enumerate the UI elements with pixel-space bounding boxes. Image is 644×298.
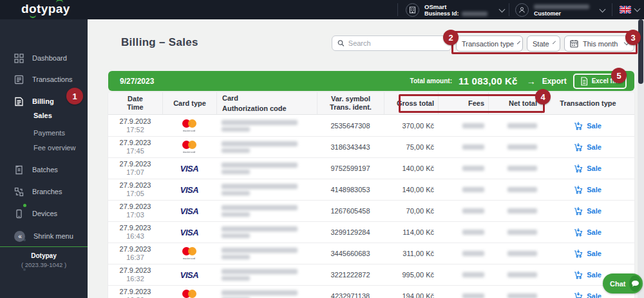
language-switcher[interactable] (620, 0, 639, 19)
table-body: 27.9.202317:52 mastercard VISA 253564730… (108, 115, 634, 298)
export-button[interactable]: Export (542, 77, 567, 86)
cell-gross-total: 75,00 Kč (384, 143, 438, 151)
page-title: Billing – Sales (121, 36, 198, 49)
sidebar-item-transactions[interactable]: Transactions (0, 71, 88, 88)
redacted-fee (462, 144, 484, 150)
cell-date-time: 27.9.202317:07 (108, 160, 162, 177)
sidebar-divider (0, 246, 88, 247)
customer-switcher[interactable]: Customer (515, 0, 589, 19)
cell-var-symbol: 9752599197 (317, 164, 384, 172)
cart-icon (574, 164, 583, 173)
chevron-down-icon[interactable] (499, 6, 506, 13)
sale-link[interactable]: Sale (574, 121, 601, 130)
search-box[interactable] (332, 35, 451, 51)
cell-fees (438, 187, 488, 192)
sidebar-item-sales[interactable]: Sales (0, 108, 88, 123)
cell-transaction-type: Sale (541, 121, 634, 130)
transactions-icon (14, 75, 24, 84)
redacted-auth-code (222, 276, 250, 281)
sidebar-item-dashboard[interactable]: Dashboard (0, 50, 88, 66)
redacted-card-number (222, 141, 298, 146)
table-header: DateTime Card type CardAuthorization cod… (108, 92, 634, 115)
chevron-down-icon (634, 6, 641, 12)
redacted-customer-name (534, 5, 589, 9)
redacted-business-id (462, 12, 488, 16)
sale-link[interactable]: Sale (574, 185, 601, 194)
cell-card-auth (216, 290, 317, 298)
cell-var-symbol: 4232971138 (317, 292, 384, 298)
cell-var-symbol: 3221222872 (317, 271, 384, 279)
sidebar-item-devices[interactable]: Devices (0, 205, 88, 222)
redacted-fee (462, 251, 484, 256)
cell-fees (438, 166, 488, 171)
annotation-circle-1: 1 (66, 88, 83, 104)
search-input[interactable] (348, 39, 446, 47)
chat-button[interactable]: Chat (603, 273, 643, 293)
chevron-down-icon[interactable] (600, 6, 606, 13)
cell-net-total (488, 123, 541, 128)
cell-card-type: mastercard VISA (162, 185, 216, 195)
table-row: 27.9.202317:05 mastercard VISA 414898305… (108, 179, 634, 200)
redacted-fee (462, 187, 484, 192)
search-icon (337, 39, 345, 47)
header-card-type: Card type (162, 92, 216, 114)
table-row: 27.9.202317:07 mastercard VISA 975259919… (108, 157, 634, 179)
business-switcher[interactable]: OSmart Business Id: (406, 0, 488, 19)
sidebar-subitem-label: Sales (33, 112, 52, 119)
cell-gross-total: 114,00 Kč (384, 228, 438, 236)
cell-card-type: mastercard VISA (162, 119, 216, 132)
annotation-circle-3: 3 (625, 30, 641, 45)
cell-gross-total: 70,00 Kč (384, 207, 438, 215)
cell-card-type: mastercard VISA (162, 290, 216, 298)
sidebar-item-payments[interactable]: Payments (0, 126, 88, 140)
cell-transaction-type: Sale (541, 206, 634, 215)
redacted-net (507, 230, 537, 235)
sale-link[interactable]: Sale (574, 164, 601, 173)
sale-link[interactable]: Sale (574, 143, 601, 152)
logo-text: a (56, 2, 63, 16)
mastercard-icon: mastercard (178, 290, 200, 298)
cell-gross-total: 995,00 Kč (384, 271, 438, 279)
cell-card-type: mastercard VISA (162, 247, 216, 260)
scrollbar-thumb[interactable] (638, 19, 643, 84)
collapse-icon: « (14, 231, 25, 242)
header-var-symbol: Var. symbolTrans. ident. (317, 92, 384, 114)
sale-link[interactable]: Sale (574, 206, 601, 215)
cell-fees (438, 293, 488, 298)
summary-date: 9/27/2023 (120, 77, 154, 86)
cart-icon (574, 270, 583, 279)
cell-date-time: 27.9.202316:30 (108, 288, 162, 298)
shrink-menu-button[interactable]: « Shrink menu (0, 228, 88, 244)
cell-date-time: 27.9.202317:52 (108, 117, 162, 134)
cell-fees (438, 272, 488, 277)
redacted-fee (462, 166, 484, 171)
sidebar-item-label: Branches (32, 188, 62, 195)
redacted-auth-code (222, 212, 250, 217)
sidebar-item-label: Dashboard (32, 54, 67, 62)
redacted-auth-code (222, 255, 250, 259)
sidebar-item-branches[interactable]: Branches (0, 183, 88, 200)
cell-net-total (488, 187, 541, 192)
sidebar-subitem-label: Fee overview (33, 144, 75, 152)
cart-icon (574, 249, 583, 258)
sidebar-item-batches[interactable]: Batches (0, 161, 88, 178)
cell-var-symbol: 2535647308 (317, 122, 384, 130)
sidebar-item-fee-overview[interactable]: Fee overview (0, 141, 88, 155)
sale-link[interactable]: Sale (574, 270, 601, 279)
sidebar: Dashboard Transactions Billing Sales Pay… (0, 19, 88, 298)
scrollbar[interactable] (638, 19, 644, 298)
sale-link[interactable]: Sale (574, 228, 601, 237)
topbar-divider (509, 3, 509, 16)
redacted-card-number (222, 290, 298, 295)
branches-icon (14, 187, 24, 197)
cell-card-type: mastercard VISA (162, 228, 216, 237)
cell-transaction-type: Sale (541, 249, 634, 258)
cell-card-auth (216, 141, 317, 153)
sale-link[interactable]: Sale (574, 292, 601, 298)
cell-card-auth (216, 269, 317, 281)
table-row: 27.9.202316:37 mastercard VISA 344566068… (108, 243, 634, 264)
mastercard-icon: mastercard (178, 141, 200, 154)
cart-icon (574, 206, 583, 215)
sale-link[interactable]: Sale (574, 249, 601, 258)
cell-var-symbol: 4148983053 (317, 186, 384, 194)
